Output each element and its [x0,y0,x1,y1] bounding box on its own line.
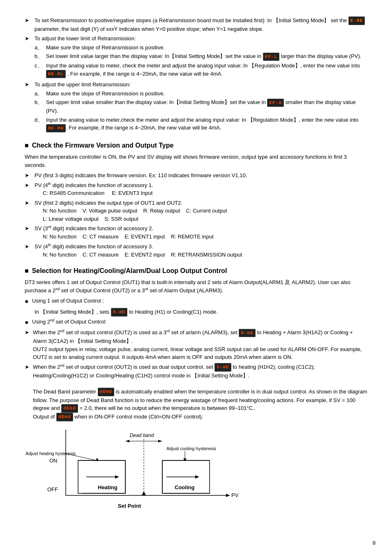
svg-marker-7 [158,440,162,442]
arrow-icon-3: ➤ [25,81,33,133]
firmware-bullet-5: ➤ SV (4th digit) indicates the function … [25,243,367,259]
heating-heading: Selection for Heating/Cooling/Alarm/Dual… [25,266,367,276]
sub3-a-label: a、 [35,90,46,98]
sub3-b-label: b、 [35,98,46,115]
svg-marker-6 [125,440,129,442]
svg-marker-4 [142,491,146,495]
bullet1-cont: parameter, the last digit (Y) of xxxY in… [35,26,263,32]
fw2-sub: C: RS485 Communication E: EVENT3 Input [43,190,152,196]
bullet2-sublist: a、 Make sure the slope of Retransmission… [35,44,367,79]
led-reml: RE·ML [46,70,66,79]
sub-c-content: Input the analog value to meter, check t… [46,62,367,78]
cooling-label: Cooling [175,484,194,490]
dot-icon-2: ● [25,318,32,327]
sub3-a-content: Make sure the slope of Retransmission is… [46,90,367,98]
svg-marker-2 [226,494,230,497]
led-5he-3: 5-HE [214,363,231,372]
fw3-content: SV (frist 2 digits) indicates the output… [35,199,367,223]
dot-icon-1: ● [25,297,32,306]
sub-b-label: b、 [35,52,46,61]
arrow-icon: ➤ [25,16,33,33]
fw2-content: PV (4th digit) indicates the function of… [35,181,367,197]
firmware-bullet-3: ➤ SV (frist 2 digits) indicates the outp… [25,199,367,223]
arrow-icon-2: ➤ [25,35,33,79]
fw1-content: PV (first 3 digits) indicates the firmwa… [35,171,367,180]
arrow-fw5: ➤ [25,243,33,259]
sub-a-label: a、 [35,44,46,52]
arrow-b2: ➤ [25,363,33,421]
sub3-d-label: d、 [35,116,46,132]
firmware-list: ➤ PV (first 3 digits) indicates the firm… [25,171,367,259]
sub3-a: a、 Make sure the slope of Retransmission… [35,90,367,98]
svg-marker-20 [96,458,98,462]
bullet3-sublist: a、 Make sure the slope of Retransmission… [35,90,367,132]
sub-b: b、 Set lower limit value larger than the… [35,52,367,61]
sub3-b: b、 Set upper limit value smaller than th… [35,98,367,115]
sub-b1-row: ➤ When the 2nd set of output control (OU… [25,328,367,361]
sub-b1-extra: OUT2 output types in relay, voltage puls… [33,346,362,361]
dot-2set-content: Using 2nd set of Output Control: [32,318,367,326]
led-exel: E·HE [348,16,365,25]
led-dead1: dEHd [98,388,114,396]
firmware-bullet-2: ➤ PV (4th digit) indicates the function … [25,181,367,197]
led-dead2: dEHd [61,404,78,413]
fw3-sub2: L: Linear voltage output S: SSR output [43,216,138,222]
bullet2-content: To adjust the lower limit of Retransmiss… [35,35,367,79]
sub-a: a、 Make sure the slope of Retransmission… [35,44,367,52]
sub3-d-content: Input the analog value to meter,check th… [46,116,367,132]
fw5-content: SV (4th digit) indicates the function of… [35,243,367,259]
sub-c: c、 Input the analog value to meter, chec… [35,62,367,78]
firmware-section: Check the Firmware Version and Output Ty… [25,141,367,259]
bullet1-content: To set Retransmission to positive/negati… [35,16,367,33]
sub3-d: d、 Input the analog value to meter,check… [35,116,367,132]
heating-label: Heating [98,484,118,490]
led-dead3: dEHd [56,413,73,421]
sub-b-content: Set lower limit value larger than the di… [46,52,367,61]
arrow-fw4: ➤ [25,224,33,240]
set-point-label: Set Point [118,503,141,509]
sub-a-content: Make sure the slope of Retransmission is… [46,44,367,52]
bullet1-text: To set Retransmission to positive/negati… [35,17,347,23]
arrow-fw2: ➤ [25,181,33,197]
svg-marker-22 [183,458,187,461]
bullet-2set: ● Using 2nd set of Output Control: [25,318,367,327]
fw5-sub: N: No function C: CT measure E: EVENT2 i… [43,252,242,258]
sub-b2-row: ➤ When the 2nd set of output control (OU… [25,363,367,421]
fw4-content: SV (3rd digit) indicates the function of… [35,224,367,240]
fw3-sub1: N: No function V: Voltage pulse output R… [43,208,227,214]
bullet2-text: To adjust the lower limit of Retransmiss… [35,35,136,42]
sub3-b-content: Set upper limit value smaller than the d… [46,98,367,115]
svg-marker-24 [195,475,199,479]
off-label: OFF [47,486,58,493]
dot-1set-content: Using 1 set of Output Control : [32,297,367,305]
bullet-retransmission-1: ➤ To set Retransmission to positive/nega… [25,16,367,33]
led-5he-2: 5-HE [239,329,255,338]
bullet-retransmission-3: ➤ To adjust the upper limit Retransmissi… [25,81,367,133]
bullet-1set: ● Using 1 set of Output Control : [25,297,367,306]
firmware-bullet-1: ➤ PV (first 3 digits) indicates the firm… [25,171,367,180]
1set-detail: In 【Initial Setting Mode】, sets 5-HE to … [35,308,367,317]
firmware-heading: Check the Firmware Version and Output Ty… [25,141,367,150]
arrow-b1: ➤ [25,328,33,361]
bullet3-content: To adjust the upper limit Retransmission… [35,81,367,133]
sub-c-label: c、 [35,62,46,78]
heating-desc: DT3 series offers 1 set of Output Contro… [25,278,367,294]
sub-b2-content: When the 2nd set of output control (OUT2… [33,363,367,421]
dead-band-label: Dead band [130,432,154,438]
arrow-fw1: ➤ [25,171,33,180]
heating-section: Selection for Heating/Cooling/Alarm/Dual… [25,266,367,514]
firmware-desc: When the temperature controller is ON, t… [25,153,367,169]
svg-marker-14 [115,475,119,479]
fw4-sub: N: No function C: CT measure E: EVENT1 i… [43,234,214,240]
adjust-heating-label: Adjust heating hysteresis [25,451,76,456]
firmware-bullet-4: ➤ SV (3rd digit) indicates the function … [25,224,367,240]
adjust-cooling-label: Adjust cooling hysteresis [166,446,217,451]
dead-band-diagram: PV ON OFF Set Point Dead band Heating [25,426,367,514]
bullet3-text: To adjust the upper limit Retransmission… [35,81,131,88]
on-label: ON [49,458,58,464]
sub-b1-content: When the 2nd set of output control (OUT2… [33,328,367,361]
arrow-fw3: ➤ [25,199,33,223]
led-remh: RE·MH [46,124,66,133]
1set-detail2: to Heating (H1) or Cooling(C1) mode. [129,309,218,315]
led-5he-1: 5-HE [111,308,127,317]
